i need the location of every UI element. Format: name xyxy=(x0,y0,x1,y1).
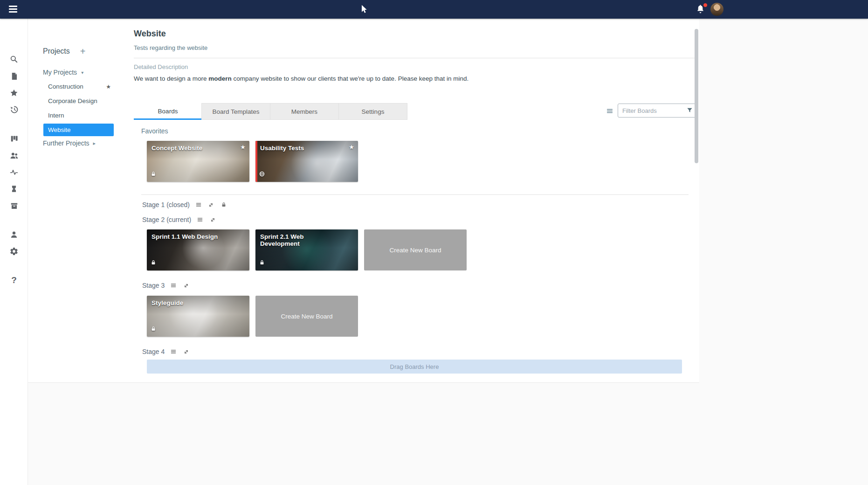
document-icon xyxy=(10,72,19,81)
tab-members[interactable]: Members xyxy=(270,103,339,120)
help-icon: ? xyxy=(11,275,17,285)
activity-icon xyxy=(9,167,19,177)
board-card-sprint-2-1[interactable]: Sprint 2.1 Web Development xyxy=(255,229,358,270)
project-subtitle: Tests regarding the website xyxy=(134,44,207,51)
divider xyxy=(134,58,696,58)
board-favorite-star-icon[interactable]: ★ xyxy=(240,144,246,151)
sidebar-members-button[interactable] xyxy=(8,150,20,161)
icon-sidebar: ? xyxy=(0,19,28,485)
star-icon xyxy=(9,88,19,97)
content-area: Projects + My Projects ▾ Construction ★ … xyxy=(28,19,699,383)
settings-gear-icon xyxy=(9,247,19,256)
app-logo-cursor-icon[interactable] xyxy=(358,2,370,16)
drag-boards-dropzone[interactable]: Drag Boards Here xyxy=(147,360,682,374)
hourglass-icon xyxy=(10,185,18,193)
people-icon xyxy=(9,151,19,160)
sidebar-search-button[interactable] xyxy=(8,54,20,65)
project-favorite-star-icon[interactable]: ★ xyxy=(106,83,111,90)
sidebar-boards-button[interactable] xyxy=(8,133,20,144)
stage-3-label: Stage 3 xyxy=(142,282,165,289)
sidebar-profile-button[interactable] xyxy=(8,229,20,240)
hamburger-menu-icon[interactable] xyxy=(9,6,18,13)
stage-lock-icon[interactable] xyxy=(220,201,227,208)
user-avatar[interactable] xyxy=(710,3,723,16)
favorites-label: Favorites xyxy=(141,127,168,135)
sidebar-archive-button[interactable] xyxy=(8,200,20,211)
tab-boards[interactable]: Boards xyxy=(134,103,202,120)
my-projects-label: My Projects xyxy=(43,69,77,76)
stage-2-label: Stage 2 (current) xyxy=(142,216,191,223)
my-projects-group[interactable]: My Projects ▾ xyxy=(43,69,83,76)
sidebar-history-button[interactable] xyxy=(8,104,20,115)
create-new-board-button[interactable]: Create New Board xyxy=(255,296,358,337)
stage-expand-icon[interactable] xyxy=(207,201,215,208)
board-card-styleguide[interactable]: Styleguide xyxy=(147,296,249,337)
description-text: We want to design a more modern company … xyxy=(134,75,468,82)
board-tabs: Boards Board Templates Members Settings xyxy=(134,103,407,120)
projects-panel-title: Projects xyxy=(43,47,70,55)
stage-1-label: Stage 1 (closed) xyxy=(142,201,190,208)
project-item-website[interactable]: Website xyxy=(43,124,114,136)
stage-expand-icon[interactable] xyxy=(209,216,216,223)
notifications-button[interactable] xyxy=(696,4,707,15)
top-navbar xyxy=(0,0,868,19)
board-view-options-button[interactable] xyxy=(606,107,614,115)
divider xyxy=(141,194,689,195)
filter-funnel-icon[interactable] xyxy=(686,107,693,116)
scrollbar-thumb[interactable] xyxy=(695,29,698,163)
sidebar-documents-button[interactable] xyxy=(8,70,20,82)
projects-panel: Projects + My Projects ▾ Construction ★ … xyxy=(28,19,134,382)
create-new-board-button[interactable]: Create New Board xyxy=(364,229,467,270)
description-label: Detailed Description xyxy=(134,63,188,70)
stage-edit-icon[interactable] xyxy=(196,216,204,223)
lock-icon xyxy=(259,259,265,267)
lock-icon xyxy=(151,325,156,333)
project-detail: Website Tests regarding the website Deta… xyxy=(134,19,696,382)
globe-icon xyxy=(259,170,265,179)
tab-settings[interactable]: Settings xyxy=(338,103,407,120)
chevron-down-icon: ▾ xyxy=(81,70,83,75)
lock-icon xyxy=(151,259,156,267)
board-favorite-star-icon[interactable]: ★ xyxy=(349,144,354,151)
further-projects-label: Further Projects xyxy=(43,139,90,147)
stage-edit-icon[interactable] xyxy=(170,282,177,289)
stage-expand-icon[interactable] xyxy=(182,348,190,355)
project-item-construction[interactable]: Construction ★ xyxy=(43,80,114,93)
board-card-sprint-1-1[interactable]: Sprint 1.1 Web Design xyxy=(147,229,249,270)
archive-icon xyxy=(10,201,19,210)
history-icon xyxy=(9,105,19,114)
search-icon xyxy=(9,55,19,64)
project-item-corporate-design[interactable]: Corporate Design xyxy=(43,95,114,107)
filter-boards-input[interactable] xyxy=(618,104,696,118)
board-card-usability-tests[interactable]: Usability Tests ★ xyxy=(255,141,358,182)
sidebar-time-button[interactable] xyxy=(8,183,20,194)
project-item-intern[interactable]: Intern xyxy=(43,109,114,122)
sidebar-activity-button[interactable] xyxy=(8,166,20,178)
notification-badge xyxy=(703,3,708,7)
further-projects-group[interactable]: Further Projects ▸ xyxy=(43,139,96,147)
stage-expand-icon[interactable] xyxy=(182,282,190,289)
tab-board-templates[interactable]: Board Templates xyxy=(201,103,270,120)
page-title: Website xyxy=(134,29,166,39)
sidebar-help-button[interactable]: ? xyxy=(8,275,20,286)
stage-edit-icon[interactable] xyxy=(170,348,177,355)
lock-icon xyxy=(151,170,156,179)
sidebar-favorites-button[interactable] xyxy=(8,87,20,98)
chevron-right-icon: ▸ xyxy=(93,140,96,146)
board-card-concept-website[interactable]: Concept Website ★ xyxy=(147,141,249,182)
board-columns-icon xyxy=(10,134,19,143)
add-project-icon[interactable]: + xyxy=(80,47,86,56)
list-lines-icon xyxy=(606,107,613,115)
stage-edit-icon[interactable] xyxy=(195,201,202,208)
sidebar-settings-button[interactable] xyxy=(8,246,20,257)
person-icon xyxy=(9,230,19,239)
stage-4-label: Stage 4 xyxy=(142,348,165,355)
